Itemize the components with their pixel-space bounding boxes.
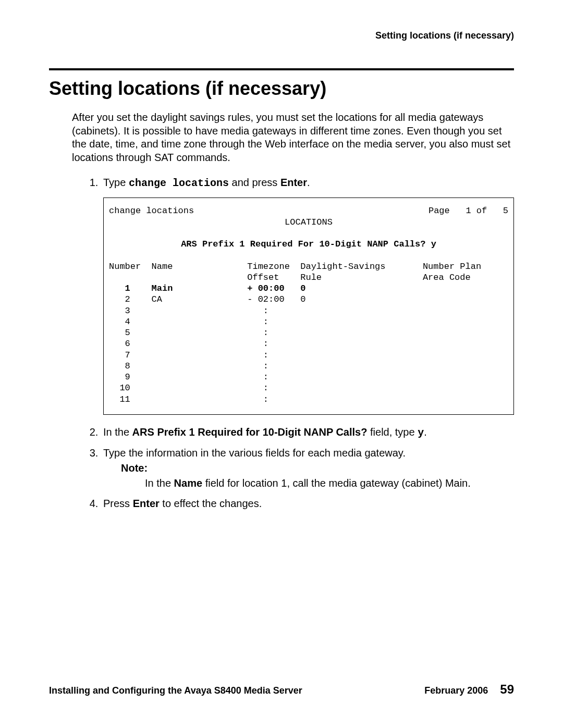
step-2-value: y xyxy=(418,427,424,439)
step-1-text-b: and press xyxy=(229,177,280,188)
step-2-text-c: . xyxy=(424,426,427,438)
step-3: Type the information in the various fiel… xyxy=(101,446,514,490)
terminal-row: 7 : xyxy=(109,350,508,361)
terminal-header-2: Offset Rule Area Code xyxy=(109,272,508,283)
terminal-row: 5 : xyxy=(109,327,508,338)
step-1: Type change locations and press Enter. c… xyxy=(101,176,514,415)
terminal-row: 1 Main + 00:00 0 xyxy=(109,283,508,294)
step-2-field-name: ARS Prefix 1 Required for 10-Digit NANP … xyxy=(132,426,368,438)
section-title: Setting locations (if necessary) xyxy=(49,78,514,100)
terminal-screen: change locationsPage 1 of 5LOCATIONS ARS… xyxy=(103,198,514,415)
terminal-row: 10 : xyxy=(109,382,508,393)
footer-page-number: 59 xyxy=(500,682,514,696)
terminal-command: change locations xyxy=(109,205,194,216)
note-field-name: Name xyxy=(174,477,202,489)
body-content: After you set the daylight savings rules… xyxy=(72,111,514,511)
terminal-row: 9 : xyxy=(109,372,508,382)
terminal-row: 4 : xyxy=(109,316,508,327)
terminal-title: LOCATIONS xyxy=(109,217,508,228)
terminal-row: 8 : xyxy=(109,361,508,372)
step-3-text: Type the information in the various fiel… xyxy=(103,447,406,459)
footer-date: February 2006 xyxy=(424,685,488,696)
document-page: Setting locations (if necessary) Setting… xyxy=(0,0,563,728)
intro-paragraph: After you set the daylight savings rules… xyxy=(72,111,514,164)
step-1-command: change locations xyxy=(129,177,229,189)
step-2-text-a: In the xyxy=(103,426,132,438)
section-rule xyxy=(49,68,514,70)
note-label: Note: xyxy=(121,461,514,475)
footer-right: February 2006 59 xyxy=(424,682,514,697)
step-4: Press Enter to effect the changes. xyxy=(101,497,514,511)
page-footer: Installing and Configuring the Avaya S84… xyxy=(49,682,514,697)
terminal-row: 3 : xyxy=(109,305,508,316)
step-1-enter: Enter xyxy=(280,177,307,188)
note-text-a: In the xyxy=(145,477,174,489)
terminal-row: 11 : xyxy=(109,394,508,405)
terminal-header-1: Number Name Timezone Daylight-Savings Nu… xyxy=(109,261,508,272)
footer-doc-title: Installing and Configuring the Avaya S84… xyxy=(49,685,302,696)
step-4-text-a: Press xyxy=(103,498,133,509)
step-2: In the ARS Prefix 1 Required for 10-Digi… xyxy=(101,425,514,440)
note-body: In the Name field for location 1, call t… xyxy=(145,476,514,490)
step-1-text-c: . xyxy=(307,177,310,188)
terminal-row: 2 CA - 02:00 0 xyxy=(109,294,508,305)
step-4-text-b: to effect the changes. xyxy=(160,498,262,509)
step-4-enter: Enter xyxy=(133,498,160,509)
step-2-text-b: field, type xyxy=(367,426,418,438)
terminal-ars-line: ARS Prefix 1 Required For 10-Digit NANP … xyxy=(109,239,508,250)
terminal-row: 6 : xyxy=(109,338,508,349)
note-text-b: field for location 1, call the media gat… xyxy=(202,477,471,489)
steps-list: Type change locations and press Enter. c… xyxy=(87,176,514,511)
terminal-page-info: Page 1 of 5 xyxy=(429,205,508,216)
running-head: Setting locations (if necessary) xyxy=(49,30,514,41)
note-block: Note: In the Name field for location 1, … xyxy=(103,461,514,490)
step-1-text-a: Type xyxy=(103,177,129,188)
